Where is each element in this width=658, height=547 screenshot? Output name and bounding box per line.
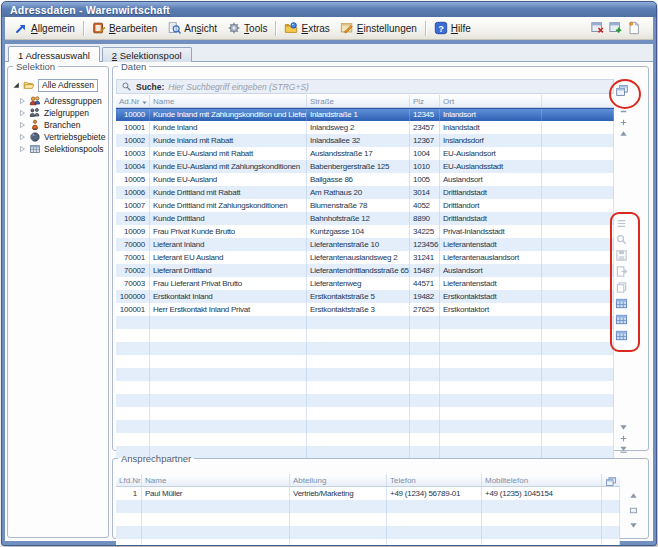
sales-territories-icon [29, 131, 41, 143]
scroll-down-button[interactable] [619, 423, 628, 432]
table-button[interactable] [615, 297, 628, 310]
contact-column-header-abteilung[interactable]: Abteilung [290, 474, 387, 486]
tree-item-zielgruppen[interactable]: Zielgruppen [18, 107, 89, 119]
menu-item-bearbeiten[interactable]: Bearbeiten [87, 19, 162, 37]
menu-item-hilfe[interactable]: ?Hilfe [429, 19, 476, 37]
tab-1[interactable]: 1 Adressauswahl [8, 46, 100, 62]
scroll-up-button[interactable] [629, 491, 638, 500]
cell-ort: Drittlandstadt [440, 212, 542, 225]
menu-item-label: Bearbeiten [109, 23, 157, 34]
splitter-icon [629, 506, 638, 515]
address-row[interactable]: 70003Frau Lieferant Privat BruttoLiefera… [116, 277, 614, 290]
contact-column-header-mobiltelefon[interactable]: Mobiltelefon [482, 474, 602, 486]
daten-panel-title: Daten [118, 62, 149, 71]
tree-item-adressgruppen[interactable]: Adressgruppen [18, 95, 102, 107]
minus-icon [619, 107, 628, 116]
address-row[interactable]: 10009Frau Privat Kunde BruttoKuntzgasse … [116, 225, 614, 238]
save-button[interactable] [615, 249, 628, 262]
address-row[interactable]: 70002Lieferant DrittlandLieferantendritt… [116, 264, 614, 277]
daten-panel: Daten Suche: Hier Suchbegriff eingeben (… [112, 62, 649, 451]
ansprechpartner-panel-title: Ansprechpartner [118, 454, 194, 463]
address-row[interactable]: 10002Kunde Inland mit RabattInlandsallee… [116, 134, 614, 147]
address-row[interactable]: 100001Herr Erstkontakt Inland PrivatErst… [116, 303, 614, 316]
column-header-ort[interactable]: Ort [440, 95, 542, 107]
address-row[interactable]: 70000Lieferant InlandLieferantenstraße 1… [116, 238, 614, 251]
menu-item-einstellungen[interactable]: Einstellungen [335, 19, 422, 37]
menu-item-tools[interactable]: Tools [222, 19, 272, 37]
edit-icon [92, 21, 106, 35]
contact-column-header-lfdnr[interactable]: Lfd.Nr. [116, 474, 142, 486]
tree-item-branchen[interactable]: Branchen [18, 119, 80, 131]
splitter-button[interactable] [629, 506, 638, 515]
cell-plz [410, 342, 440, 355]
selection-pools-icon [29, 143, 41, 155]
contact-column-header-telefon[interactable]: Telefon [387, 474, 482, 486]
menu-item-allgemein[interactable]: Allgemein [9, 19, 80, 37]
tree-collapsed-icon[interactable] [18, 145, 26, 153]
cell-telefon [387, 526, 482, 539]
contact-row[interactable]: 1Paul MüllerVertrieb/Marketing+49 (1234)… [116, 487, 620, 500]
window-title: Adressdaten - Warenwirtschaft [10, 4, 170, 16]
table-button[interactable] [615, 329, 628, 342]
minus-button[interactable] [619, 107, 628, 116]
tree-item-vertriebsgebiete[interactable]: Vertriebsgebiete [18, 131, 105, 143]
cell-strasse: Erstkontaktstraße 5 [307, 290, 410, 303]
window-titlebar[interactable]: Adressdaten - Warenwirtschaft [2, 2, 656, 17]
address-row[interactable]: 70001Lieferant EU AuslandLieferantenausl… [116, 251, 614, 264]
address-row[interactable]: 10007Kunde Drittland mit Zahlungskonditi… [116, 199, 614, 212]
cell-filler [542, 199, 614, 212]
tree-item-selektionspools[interactable]: Selektionspools [18, 143, 104, 155]
empty-row [116, 368, 614, 381]
cell-adnr [116, 394, 150, 407]
address-row[interactable]: 10001Kunde InlandInlandsweg 223457Inland… [116, 121, 614, 134]
scroll-up-button[interactable] [619, 129, 628, 138]
address-row[interactable]: 10006Kunde Drittland mit RabattAm Rathau… [116, 186, 614, 199]
column-header-adnr[interactable]: Ad.Nr [116, 95, 150, 107]
window-remove-button[interactable] [591, 21, 605, 35]
address-row[interactable]: 10005Kunde EU-AuslandBallgasse 861005Aus… [116, 173, 614, 186]
contact-header-icon-cell[interactable] [602, 474, 620, 486]
new-document-button[interactable] [627, 21, 641, 35]
tab-2[interactable]: 2 Selektionspool [102, 47, 192, 62]
cell-strasse: Lieferantendrittlandsstraße 65 [307, 264, 410, 277]
cell-plz [410, 394, 440, 407]
contact-column-header-name[interactable]: Name [142, 474, 290, 486]
empty-row [116, 316, 614, 329]
svg-text:?: ? [438, 24, 444, 34]
menu-item-label: Allgemein [31, 23, 75, 34]
address-row[interactable]: 100000Erstkontakt InlandErstkontaktstraß… [116, 290, 614, 303]
address-row[interactable]: 10003Kunde EU-Ausland mit RabattAuslands… [116, 147, 614, 160]
menu-item-extras[interactable]: Extras [279, 19, 334, 37]
magnifier-button[interactable] [615, 233, 628, 246]
tree-expanded-icon[interactable] [12, 81, 20, 89]
tree-collapsed-icon[interactable] [18, 109, 26, 117]
tree-collapsed-icon[interactable] [18, 133, 26, 141]
window-add-button[interactable] [609, 21, 623, 35]
column-header-name[interactable]: Name [150, 95, 307, 107]
address-row[interactable]: 10004Kunde EU-Ausland mit Zahlungskondit… [116, 160, 614, 173]
tree-item-alle-adressen[interactable]: Alle Adressen [12, 79, 98, 91]
copy-button[interactable] [615, 281, 628, 294]
cell-name: Erstkontakt Inland [150, 290, 307, 303]
cell-lfdnr [116, 500, 142, 513]
scroll-bottom-button[interactable] [619, 445, 628, 454]
cell-filler [542, 329, 614, 342]
menu-item-ansicht[interactable]: Ansicht [162, 19, 222, 37]
column-header-strasse[interactable]: Straße [307, 95, 410, 107]
empty-row [116, 539, 620, 545]
tree-collapsed-icon[interactable] [18, 97, 26, 105]
column-chooser-button[interactable] [615, 84, 629, 97]
list-button[interactable] [615, 217, 628, 230]
address-row[interactable]: 10000Kunde Inland mit Zahlungskondition … [116, 108, 614, 121]
address-row[interactable]: 10008Kunde DrittlandBahnhofstraße 128890… [116, 212, 614, 225]
cell-ort [440, 420, 542, 433]
scroll-down-button[interactable] [629, 521, 638, 530]
export-button[interactable] [615, 265, 628, 278]
column-header-plz[interactable]: Plz [410, 95, 440, 107]
plus-button[interactable] [619, 434, 628, 443]
tree-collapsed-icon[interactable] [18, 121, 26, 129]
table-button[interactable] [615, 313, 628, 326]
plus-button[interactable] [619, 118, 628, 127]
sort-desc-icon [141, 98, 148, 105]
search-input[interactable]: Suche: Hier Suchbegriff eingeben (STRG+S… [116, 79, 614, 94]
